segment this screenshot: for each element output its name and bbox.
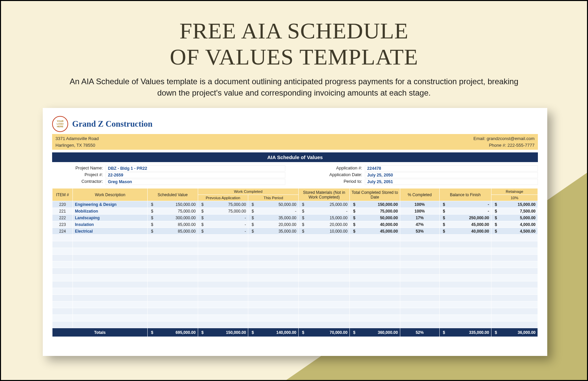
- table-row-blank: [52, 268, 538, 275]
- cell-blank: [439, 308, 491, 315]
- app-date-label: Application Date:: [305, 172, 365, 178]
- cell-blank: [52, 322, 73, 328]
- table-row: 220Engineering & Design150,000.0075,000.…: [52, 201, 538, 208]
- app-num-value: 224478: [365, 165, 538, 171]
- totals-ret: 36,000.00: [491, 328, 538, 337]
- cell-money: 40,000.00: [350, 221, 400, 228]
- cell-blank: [73, 268, 148, 275]
- cell-blank: [248, 248, 299, 255]
- table-row-blank: [52, 255, 538, 261]
- cell-blank: [350, 301, 400, 308]
- cell-item: 220: [52, 201, 73, 208]
- cell-blank: [299, 315, 350, 322]
- cell-blank: [198, 301, 248, 308]
- table-row-blank: [52, 288, 538, 295]
- cell-blank: [439, 248, 491, 255]
- cell-blank: [491, 322, 538, 328]
- cell-pct: 100%: [400, 201, 439, 208]
- cell-money: 35,000.00: [248, 228, 299, 235]
- company-name: Grand Z Construction: [72, 119, 152, 129]
- contractor-value: Greg Mason: [106, 179, 285, 185]
- cell-blank: [299, 275, 350, 281]
- totals-label: Totals: [52, 328, 148, 337]
- period-to-value: July 25, 2051: [365, 179, 538, 185]
- cell-money: 50,000.00: [248, 201, 299, 208]
- cell-blank: [147, 261, 198, 268]
- cell-money: 150,000.00: [147, 201, 198, 208]
- cell-blank: [299, 255, 350, 261]
- cell-money: -: [248, 208, 299, 215]
- contractor-label: Contractor:: [52, 179, 106, 185]
- cell-blank: [491, 275, 538, 281]
- cell-money: 85,000.00: [147, 221, 198, 228]
- cell-desc: Engineering & Design: [73, 201, 148, 208]
- cell-blank: [248, 315, 299, 322]
- th-this-period: This Period: [248, 195, 299, 201]
- cell-blank: [299, 241, 350, 248]
- table-body: 220Engineering & Design150,000.0075,000.…: [52, 201, 538, 328]
- cell-blank: [491, 295, 538, 301]
- cell-money: 4,000.00: [491, 221, 538, 228]
- cell-blank: [400, 295, 439, 301]
- cell-item: 221: [52, 208, 73, 215]
- table-row-blank: [52, 322, 538, 328]
- schedule-table: ITEM # Work Description Scheduled Value …: [52, 188, 538, 337]
- cell-blank: [248, 288, 299, 295]
- cell-pct: 47%: [400, 221, 439, 228]
- cell-blank: [350, 261, 400, 268]
- cell-blank: [248, 235, 299, 241]
- cell-blank: [52, 315, 73, 322]
- cell-blank: [198, 261, 248, 268]
- totals-totdate: 360,000.00: [350, 328, 400, 337]
- cell-blank: [198, 268, 248, 275]
- cell-item: 224: [52, 228, 73, 235]
- totals-sched: 695,000.00: [147, 328, 198, 337]
- cell-pct: 53%: [400, 228, 439, 235]
- cell-blank: [147, 248, 198, 255]
- cell-blank: [350, 235, 400, 241]
- cell-blank: [73, 241, 148, 248]
- cell-pct: 100%: [400, 208, 439, 215]
- cell-blank: [198, 322, 248, 328]
- cell-blank: [198, 281, 248, 288]
- cell-money: 5,000.00: [491, 215, 538, 221]
- cell-blank: [248, 241, 299, 248]
- cell-money: 20,000.00: [299, 221, 350, 228]
- email-line: Email: grandzconst@email.com: [473, 135, 535, 142]
- cell-blank: [299, 281, 350, 288]
- th-stored: Stored Materials (Not in Work Completed): [299, 188, 350, 201]
- cell-money: -: [439, 201, 491, 208]
- cell-money: 7,500.00: [491, 208, 538, 215]
- cell-blank: [299, 261, 350, 268]
- document-title-bar: AIA Schedule of Values: [52, 152, 538, 162]
- cell-blank: [198, 235, 248, 241]
- cell-blank: [52, 235, 73, 241]
- cell-money: 35,000.00: [248, 215, 299, 221]
- address-line-1: 3371 Adamsville Road: [55, 135, 99, 142]
- th-prev-app: Prevoius Application: [198, 195, 248, 201]
- contact-bar: 3371 Adamsville Road Harlingen, TX 78550…: [52, 134, 538, 150]
- company-header: YOUR LOGO HERE Grand Z Construction: [52, 116, 538, 132]
- cell-money: 250,000.00: [439, 215, 491, 221]
- project-info-grid: Project Name:DBZ - Bldg 1 - PR22 Project…: [52, 162, 538, 188]
- cell-money: 25,000.00: [299, 201, 350, 208]
- cell-blank: [147, 308, 198, 315]
- table-row-blank: [52, 308, 538, 315]
- cell-blank: [52, 308, 73, 315]
- cell-money: 45,000.00: [350, 228, 400, 235]
- cell-blank: [248, 255, 299, 261]
- cell-blank: [439, 235, 491, 241]
- cell-money: 50,000.00: [350, 215, 400, 221]
- cell-blank: [147, 281, 198, 288]
- cell-blank: [350, 322, 400, 328]
- cell-blank: [52, 281, 73, 288]
- cell-blank: [299, 235, 350, 241]
- cell-blank: [147, 268, 198, 275]
- cell-blank: [491, 315, 538, 322]
- cell-blank: [439, 255, 491, 261]
- cell-blank: [299, 288, 350, 295]
- cell-blank: [147, 288, 198, 295]
- title-line-2: OF VALUES TEMPLATE: [170, 44, 418, 70]
- totals-prev: 150,000.00: [198, 328, 248, 337]
- cell-blank: [73, 235, 148, 241]
